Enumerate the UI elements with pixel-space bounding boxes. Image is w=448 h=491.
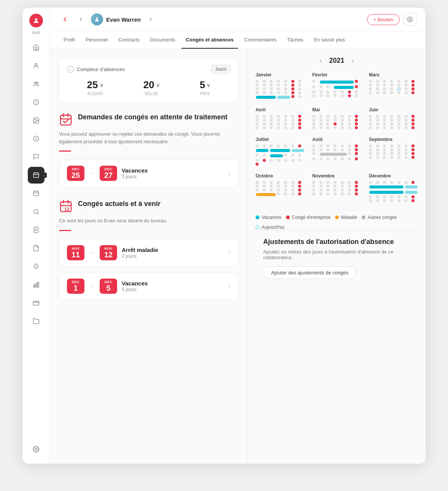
svg-point-6: [35, 119, 35, 120]
adj-title: Ajustements de l'autorisation d'absence: [263, 238, 410, 246]
sidebar-item-search[interactable]: [28, 203, 44, 220]
month-name-jun: Juin: [369, 107, 418, 112]
month-name-aug: Août: [312, 137, 361, 142]
month-name-may: Mai: [312, 107, 361, 112]
month-novembre: Novembre: [312, 173, 361, 202]
sidebar-item-person[interactable]: [28, 57, 44, 74]
svg-point-27: [35, 448, 37, 450]
top-bar: Evan Warren + Bouton: [50, 8, 426, 32]
acquis-chevron[interactable]: ∨: [100, 82, 103, 88]
month-name-apr: Avril: [256, 107, 305, 112]
pending-calendar-icon: [59, 113, 73, 127]
sidebar-item-flag[interactable]: [28, 149, 44, 165]
sidebar-item-document[interactable]: [28, 240, 44, 257]
month-mars: Mars: [369, 72, 418, 100]
counter-acquis: 25 ∨ ACQUIS: [87, 79, 103, 96]
month-name-oct: Octobre: [256, 173, 305, 179]
svg-point-17: [34, 209, 38, 214]
sidebar-avatar[interactable]: [29, 14, 43, 27]
month-octobre: Octobre: [256, 173, 305, 202]
sidebar-item-calendar[interactable]: [28, 185, 44, 202]
svg-rect-9: [33, 173, 39, 177]
tab-documents[interactable]: Documents: [146, 32, 180, 49]
current-title-text: Congés actuels et à venir: [78, 200, 160, 208]
arrow-right-icon: →: [89, 170, 95, 177]
svg-rect-24: [35, 284, 37, 287]
sidebar-item-chart[interactable]: [28, 276, 44, 293]
legend-today-dot: [256, 225, 259, 229]
nav-tabs: Profil Personnel Contracts Documents Con…: [50, 32, 426, 49]
vacation-leave-card[interactable]: DEC 1 → DEC 5 Vacances 5 jours ›: [59, 272, 238, 300]
sidebar-item-folder[interactable]: [28, 313, 44, 329]
month-juin: Juin: [369, 107, 418, 129]
settings-button[interactable]: [404, 13, 416, 26]
month-janvier: Janvier: [256, 72, 305, 100]
pending-section-header: Demandes de congés en attente de traitem…: [59, 113, 238, 127]
absence-counter: i Compteur d'absences Jours 25 ∨ ACQUIS: [59, 58, 238, 102]
month-fevrier: Février: [312, 72, 361, 100]
sidebar-item-image[interactable]: [28, 112, 44, 129]
vac-from-badge: DEC 1: [67, 279, 84, 294]
calendar-legend: Vacances Congé d'entreprise Maladie Autr…: [256, 210, 418, 230]
pris-chevron[interactable]: ∨: [207, 82, 210, 88]
current-section-header: 12 Congés actuels et à venir: [59, 200, 238, 213]
sidebar-item-settings[interactable]: [28, 441, 44, 458]
current-divider: [59, 230, 71, 231]
tab-profil[interactable]: Profil: [59, 32, 79, 49]
sidebar-item-group[interactable]: [28, 76, 44, 92]
jours-badge[interactable]: Jours: [211, 65, 230, 74]
pending-desc: Vous pouvez approuver ou rejeter ces dem…: [59, 130, 238, 145]
next-year-button[interactable]: ›: [352, 57, 354, 64]
svg-point-2: [34, 82, 36, 84]
arrow-icon-2: →: [89, 283, 95, 290]
sick-to-badge: NOV 12: [100, 245, 117, 260]
counter-solde: 20 ∨ SOLDE: [143, 79, 160, 96]
adj-button[interactable]: Ajouter des ajustements de congés: [263, 266, 356, 279]
arrow-icon: →: [89, 249, 95, 256]
tab-en-savoir[interactable]: En savoir plus: [309, 32, 350, 49]
add-button[interactable]: + Bouton: [367, 14, 400, 25]
tab-taches[interactable]: Tâches: [283, 32, 308, 49]
info-icon[interactable]: i: [67, 66, 74, 73]
legend-maladie-dot: [335, 215, 339, 219]
tab-commentaires[interactable]: Commentaires: [240, 32, 281, 49]
sidebar-item-timer[interactable]: [28, 258, 44, 275]
current-section: 12 Congés actuels et à venir Ce sont les…: [59, 200, 238, 300]
sidebar-item-employee[interactable]: ›: [28, 167, 44, 184]
tab-conges[interactable]: Congés et absences: [181, 32, 238, 49]
vac-card-arrow: ›: [228, 282, 230, 290]
sick-from-badge: NOV 11: [67, 245, 84, 260]
vac-to-badge: DEC 5: [100, 279, 117, 294]
sidebar-item-check[interactable]: [28, 130, 44, 147]
month-decembre: Décembre: [369, 173, 418, 202]
sidebar-expand-icon: ›: [41, 173, 47, 178]
counter-title: Compteur d'absences: [77, 67, 125, 72]
month-septembre: Septembre: [369, 137, 418, 166]
month-name-feb: Février: [312, 72, 361, 78]
sidebar-item-home[interactable]: [28, 39, 44, 56]
tab-personnel[interactable]: Personnel: [81, 32, 113, 49]
adjustment-section: Ajustements de l'autorisation d'absence …: [256, 230, 418, 287]
legend-autres-label: Autres congés: [368, 215, 397, 220]
sidebar-item-wallet[interactable]: [28, 295, 44, 311]
svg-rect-19: [34, 227, 38, 233]
prev-year-button[interactable]: ‹: [319, 57, 321, 64]
pending-leave-card[interactable]: DEC 25 → DEC 27 Vacances 3 jours ›: [59, 159, 238, 187]
back-button[interactable]: [59, 13, 71, 25]
solde-chevron[interactable]: ∨: [156, 82, 160, 88]
month-name-nov: Novembre: [312, 173, 361, 179]
tab-contracts[interactable]: Contracts: [114, 32, 144, 49]
legend-conge-label: Congé d'entreprise: [292, 215, 330, 220]
prev-user-button[interactable]: [76, 14, 86, 25]
sick-leave-card[interactable]: NOV 11 → NOV 12 Arrêt maladie 2 jours ›: [59, 239, 238, 267]
pending-leave-info: Vacances 3 jours: [122, 167, 224, 179]
month-mai: Mai: [312, 107, 361, 129]
legend-today-label: Aujourd'hui: [262, 225, 284, 230]
sidebar-item-clock[interactable]: [28, 94, 44, 111]
sidebar-item-badge[interactable]: [28, 222, 44, 238]
calendar-header: ‹ 2021 ›: [256, 57, 418, 65]
months-grid: Janvier: [256, 72, 418, 202]
next-user-button[interactable]: [145, 14, 156, 25]
svg-rect-25: [37, 282, 38, 287]
pending-divider: [59, 150, 71, 152]
